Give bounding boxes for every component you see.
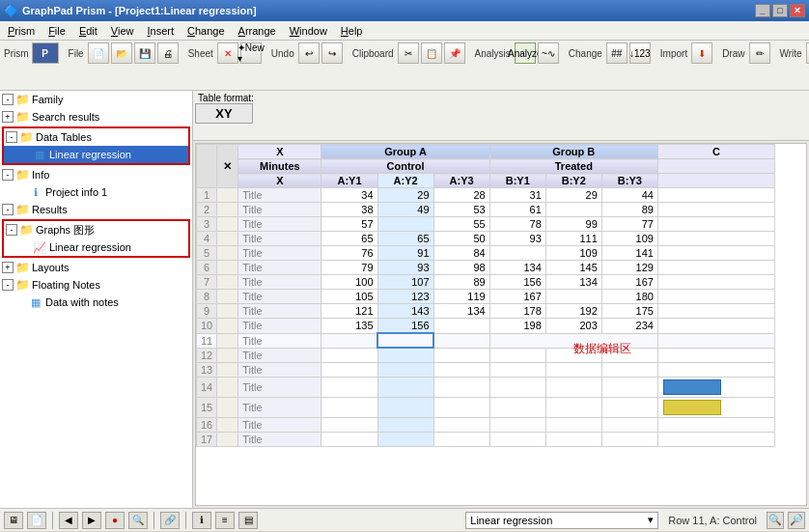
cell-by1[interactable]: 61 bbox=[489, 203, 545, 217]
import-btn[interactable]: ⬇ bbox=[691, 42, 712, 64]
copy-btn[interactable]: 📋 bbox=[421, 42, 442, 64]
cell-ay1[interactable]: 38 bbox=[321, 203, 377, 217]
open-btn[interactable]: 📂 bbox=[111, 42, 132, 64]
expand-floating-notes[interactable]: - bbox=[2, 279, 14, 291]
cell-title[interactable]: Title bbox=[238, 232, 321, 246]
cell-ay1[interactable] bbox=[321, 417, 377, 432]
cell-by3[interactable]: 89 bbox=[601, 203, 657, 217]
expand-results[interactable]: - bbox=[2, 204, 14, 215]
cell-title[interactable]: Title bbox=[238, 432, 321, 446]
cell-title[interactable]: Title bbox=[238, 304, 321, 319]
cell-ay3[interactable]: 28 bbox=[433, 188, 489, 203]
cell-c[interactable] bbox=[657, 304, 774, 319]
cell-by3[interactable]: 77 bbox=[601, 217, 657, 232]
sidebar-item-data-tables[interactable]: - 📁 Data Tables bbox=[4, 128, 188, 146]
cell-c[interactable] bbox=[657, 377, 774, 397]
sidebar-item-graph-linear[interactable]: 📈 Linear regression bbox=[4, 238, 188, 256]
menu-prism[interactable]: Prism bbox=[2, 23, 41, 39]
cell-by1[interactable]: 78 bbox=[489, 217, 545, 232]
cell-by3[interactable] bbox=[601, 397, 657, 417]
cell-by2[interactable]: 203 bbox=[545, 319, 601, 334]
cell-by2[interactable] bbox=[545, 417, 601, 432]
status-icon1[interactable]: 🖥 bbox=[4, 512, 23, 529]
cell-c[interactable] bbox=[657, 333, 774, 348]
cell-title[interactable]: Title bbox=[238, 261, 321, 275]
data-table-wrapper[interactable]: ✕ X Group A Group B C Minutes Control Tr… bbox=[195, 143, 807, 506]
cell-ay2[interactable] bbox=[377, 377, 433, 397]
sidebar-item-family[interactable]: - 📁 Family bbox=[0, 91, 192, 108]
cell-by1[interactable]: 31 bbox=[489, 188, 545, 203]
cell-ay3[interactable] bbox=[433, 348, 489, 362]
cell-c[interactable] bbox=[657, 397, 774, 417]
cell-title[interactable]: Title bbox=[238, 188, 321, 203]
expand-info[interactable]: - bbox=[2, 169, 14, 181]
cell-ay3[interactable] bbox=[433, 362, 489, 377]
sidebar-item-results[interactable]: - 📁 Results bbox=[0, 201, 192, 218]
cell-ay3[interactable]: 55 bbox=[433, 217, 489, 232]
change-btn1[interactable]: ## bbox=[606, 42, 628, 64]
expand-graphs[interactable]: - bbox=[6, 224, 17, 236]
cell-ay3[interactable] bbox=[433, 397, 489, 417]
cell-c[interactable] bbox=[657, 348, 774, 362]
cell-by2[interactable] bbox=[545, 377, 601, 397]
cell-by2[interactable]: 145 bbox=[545, 261, 601, 275]
nav-next[interactable]: ▶ bbox=[82, 512, 101, 529]
cell-by1[interactable]: 数据编辑区 bbox=[489, 333, 657, 348]
cell-by2[interactable]: 29 bbox=[545, 188, 601, 203]
cell-c[interactable] bbox=[657, 362, 774, 377]
change-btn2[interactable]: ↓123 bbox=[629, 42, 651, 64]
cell-ay2[interactable]: 156 bbox=[377, 319, 433, 334]
sidebar-item-linear-reg[interactable]: ▦ Linear regression bbox=[4, 146, 188, 163]
cell-by2[interactable] bbox=[545, 203, 601, 217]
cell-title[interactable]: Title bbox=[238, 333, 321, 348]
cell-by3[interactable] bbox=[601, 377, 657, 397]
cell-ay3[interactable]: 134 bbox=[433, 304, 489, 319]
expand-data-tables[interactable]: - bbox=[6, 131, 17, 143]
cell-by2[interactable]: 109 bbox=[545, 246, 601, 261]
cell-title[interactable]: Title bbox=[238, 377, 321, 397]
menu-change[interactable]: Change bbox=[181, 23, 231, 39]
cell-ay2[interactable] bbox=[377, 417, 433, 432]
cell-c[interactable] bbox=[657, 275, 774, 290]
cell-ay2[interactable] bbox=[377, 397, 433, 417]
undo-btn[interactable]: ↩ bbox=[298, 42, 320, 64]
status-data-btn[interactable]: ▤ bbox=[238, 512, 258, 529]
cell-c[interactable] bbox=[657, 290, 774, 304]
cell-ay1[interactable]: 105 bbox=[321, 290, 377, 304]
menu-edit[interactable]: Edit bbox=[73, 23, 103, 39]
analyze-btn[interactable]: Analyze bbox=[515, 42, 536, 64]
cell-by2[interactable] bbox=[545, 362, 601, 377]
cell-by2[interactable]: 192 bbox=[545, 304, 601, 319]
cell-by2[interactable] bbox=[545, 432, 601, 446]
cell-title[interactable]: Title bbox=[238, 217, 321, 232]
cell-by1[interactable] bbox=[489, 417, 545, 432]
cell-ay2[interactable]: 143 bbox=[377, 304, 433, 319]
sidebar-item-graphs[interactable]: - 📁 Graphs 图形 bbox=[4, 221, 188, 238]
cell-ay1[interactable]: 79 bbox=[321, 261, 377, 275]
cell-ay1[interactable] bbox=[321, 333, 377, 348]
redo-btn[interactable]: ↪ bbox=[321, 42, 343, 64]
cell-ay3[interactable] bbox=[433, 377, 489, 397]
cell-by2[interactable]: 99 bbox=[545, 217, 601, 232]
cell-by3[interactable]: 180 bbox=[601, 290, 657, 304]
draw-btn[interactable]: ✏ bbox=[749, 42, 770, 64]
cell-ay3[interactable] bbox=[433, 432, 489, 446]
cell-by3[interactable]: 129 bbox=[601, 261, 657, 275]
cell-by2[interactable]: 134 bbox=[545, 275, 601, 290]
new-sheet-btn[interactable]: ✦New ▾ bbox=[240, 42, 262, 64]
cell-ay2[interactable]: 91 bbox=[377, 246, 433, 261]
cell-c[interactable] bbox=[657, 246, 774, 261]
nav-record[interactable]: ● bbox=[105, 512, 125, 529]
cell-ay2[interactable] bbox=[377, 333, 433, 348]
zoom-out-btn[interactable]: 🔍 bbox=[767, 512, 784, 529]
new-btn[interactable]: 📄 bbox=[88, 42, 109, 64]
cell-ay1[interactable]: 135 bbox=[321, 319, 377, 334]
cell-c[interactable] bbox=[657, 417, 774, 432]
cell-by3[interactable]: 44 bbox=[601, 188, 657, 203]
cell-by3[interactable]: 167 bbox=[601, 275, 657, 290]
sidebar-item-layouts[interactable]: + 📁 Layouts bbox=[0, 259, 192, 276]
cell-by3[interactable] bbox=[601, 362, 657, 377]
cell-ay1[interactable]: 100 bbox=[321, 275, 377, 290]
cell-ay3[interactable]: 50 bbox=[433, 232, 489, 246]
cell-by3[interactable]: 175 bbox=[601, 304, 657, 319]
